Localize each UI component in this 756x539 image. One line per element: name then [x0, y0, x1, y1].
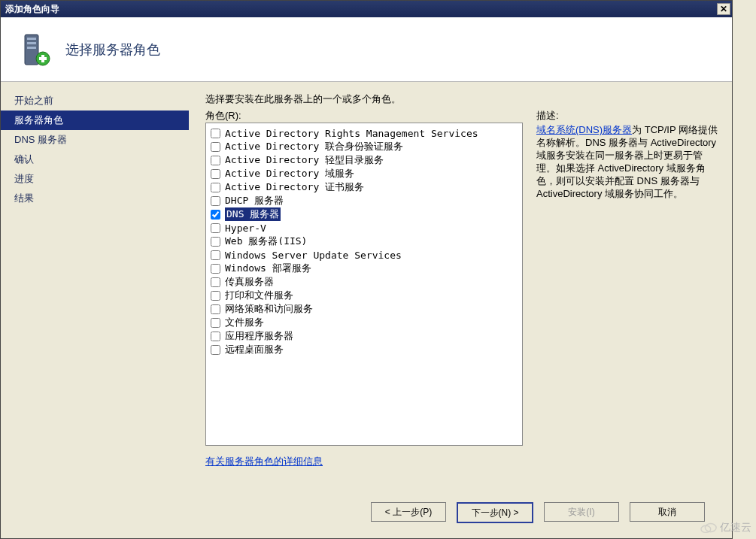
role-item[interactable]: 文件服务 — [211, 316, 518, 329]
close-button[interactable]: ✕ — [717, 3, 730, 15]
role-checkbox[interactable] — [211, 210, 220, 220]
role-label: Active Directory 联合身份验证服务 — [225, 140, 403, 153]
wizard-body: 开始之前服务器角色DNS 服务器确认进度结果 选择要安装在此服务器上的一个或多个… — [1, 82, 732, 489]
description-heading: 描述: — [536, 109, 718, 122]
role-checkbox[interactable] — [211, 318, 220, 328]
cancel-button[interactable]: 取消 — [630, 502, 705, 522]
description-text: 域名系统(DNS)服务器为 TCP/IP 网络提供名称解析。DNS 服务器与 A… — [536, 123, 718, 200]
role-label: Hyper-V — [225, 223, 266, 234]
role-item[interactable]: DHCP 服务器 — [211, 194, 518, 207]
role-checkbox[interactable] — [211, 156, 220, 165]
role-label: Web 服务器(IIS) — [225, 235, 307, 248]
install-button: 安装(I) — [544, 502, 619, 522]
role-label: Windows Server Update Services — [225, 250, 402, 261]
role-item[interactable]: Hyper-V — [211, 221, 518, 235]
next-button[interactable]: 下一步(N) > — [457, 502, 533, 523]
sidebar-item[interactable]: 服务器角色 — [1, 111, 189, 130]
role-item[interactable]: 网络策略和访问服务 — [211, 302, 518, 316]
role-checkbox[interactable] — [211, 223, 220, 233]
role-item[interactable]: 应用程序服务器 — [211, 329, 518, 343]
wizard-sidebar: 开始之前服务器角色DNS 服务器确认进度结果 — [1, 82, 189, 489]
role-item[interactable]: 传真服务器 — [211, 275, 518, 289]
role-label: 应用程序服务器 — [225, 329, 293, 343]
role-label: Windows 部署服务 — [225, 262, 311, 275]
role-item[interactable]: 远程桌面服务 — [211, 343, 518, 356]
svg-rect-1 — [27, 38, 36, 40]
role-checkbox[interactable] — [211, 291, 220, 301]
role-item[interactable]: Active Directory 证书服务 — [211, 180, 518, 194]
role-item[interactable]: Active Directory Rights Management Servi… — [211, 126, 518, 140]
page-title: 选择服务器角色 — [65, 41, 160, 59]
role-label: Active Directory Rights Management Servi… — [225, 128, 478, 139]
role-label: Active Directory 轻型目录服务 — [225, 153, 384, 167]
role-label: 远程桌面服务 — [225, 343, 284, 356]
titlebar[interactable]: 添加角色向导 ✕ — [1, 1, 732, 17]
wizard-window: 添加角色向导 ✕ 选择服务器角色 开始之前服务器角色DNS 服务器确认进度结果 … — [0, 0, 733, 539]
svg-rect-3 — [27, 47, 36, 49]
role-checkbox[interactable] — [211, 142, 220, 152]
role-item[interactable]: Windows Server Update Services — [211, 248, 518, 262]
window-title: 添加角色向导 — [5, 3, 717, 16]
role-item[interactable]: Active Directory 联合身份验证服务 — [211, 140, 518, 153]
role-checkbox[interactable] — [211, 264, 220, 274]
description-link[interactable]: 域名系统(DNS)服务器 — [536, 124, 632, 135]
svg-rect-6 — [39, 57, 47, 60]
role-checkbox[interactable] — [211, 183, 220, 192]
roles-listbox[interactable]: Active Directory Rights Management Servi… — [205, 123, 523, 446]
role-checkbox[interactable] — [211, 129, 220, 138]
sidebar-item[interactable]: DNS 服务器 — [1, 130, 189, 150]
sidebar-item[interactable]: 确认 — [1, 150, 189, 169]
role-checkbox[interactable] — [211, 332, 220, 341]
role-item[interactable]: Active Directory 轻型目录服务 — [211, 153, 518, 167]
role-label: DHCP 服务器 — [225, 194, 284, 207]
role-label: 传真服务器 — [225, 275, 274, 289]
role-checkbox[interactable] — [211, 169, 220, 179]
wizard-main: 选择要安装在此服务器上的一个或多个角色。 角色(R): Active Direc… — [189, 82, 732, 489]
instruction-text: 选择要安装在此服务器上的一个或多个角色。 — [205, 92, 718, 106]
more-info-link[interactable]: 有关服务器角色的详细信息 — [205, 455, 323, 468]
wizard-header: 选择服务器角色 — [1, 17, 732, 82]
back-button[interactable]: < 上一步(P) — [371, 502, 446, 522]
role-checkbox[interactable] — [211, 250, 220, 260]
role-checkbox[interactable] — [211, 277, 220, 287]
wizard-buttons: < 上一步(P) 下一步(N) > 安装(I) 取消 — [371, 502, 705, 523]
close-icon: ✕ — [720, 5, 727, 14]
role-item[interactable]: Windows 部署服务 — [211, 262, 518, 275]
role-checkbox[interactable] — [211, 237, 220, 247]
sidebar-item[interactable]: 开始之前 — [1, 91, 189, 111]
role-label: 打印和文件服务 — [225, 289, 293, 302]
role-label: DNS 服务器 — [225, 207, 281, 221]
role-item[interactable]: Active Directory 域服务 — [211, 167, 518, 180]
roles-label: 角色(R): — [205, 109, 523, 123]
description-body: 为 TCP/IP 网络提供名称解析。DNS 服务器与 ActiveDirecto… — [536, 124, 718, 199]
description-panel: 描述: 域名系统(DNS)服务器为 TCP/IP 网络提供名称解析。DNS 服务… — [536, 109, 718, 468]
role-label: 网络策略和访问服务 — [225, 302, 313, 316]
sidebar-item[interactable]: 进度 — [1, 169, 189, 189]
svg-rect-2 — [27, 42, 36, 44]
role-checkbox[interactable] — [211, 304, 220, 314]
role-item[interactable]: DNS 服务器 — [211, 207, 518, 221]
role-item[interactable]: 打印和文件服务 — [211, 289, 518, 302]
sidebar-item[interactable]: 结果 — [1, 189, 189, 208]
role-label: Active Directory 域服务 — [225, 167, 354, 180]
role-item[interactable]: Web 服务器(IIS) — [211, 235, 518, 248]
role-checkbox[interactable] — [211, 196, 220, 206]
role-label: Active Directory 证书服务 — [225, 180, 364, 194]
server-role-icon — [16, 32, 52, 68]
role-label: 文件服务 — [225, 316, 264, 329]
role-checkbox[interactable] — [211, 345, 220, 355]
